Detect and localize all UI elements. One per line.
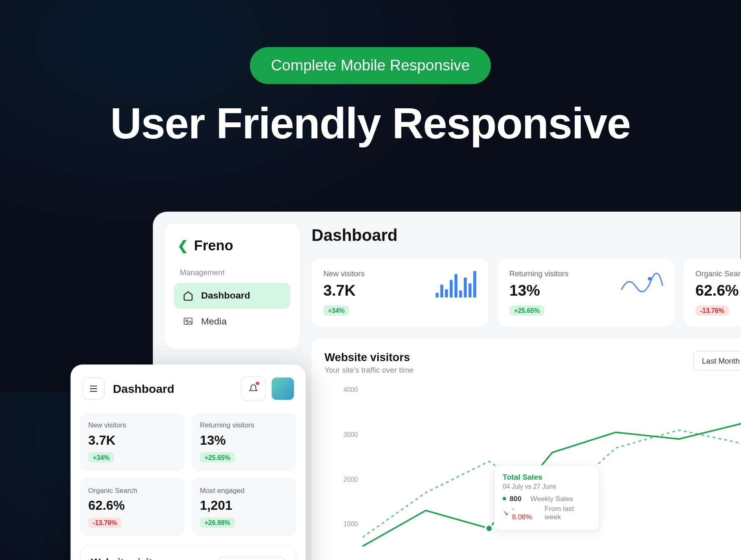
hero-title: User Friendly Responsive <box>0 98 741 148</box>
chart-tooltip: Total Sales 04 July vs 27 June 800 Weekl… <box>494 465 600 531</box>
stat-card: Organic Search 62.6% -13.76% <box>80 478 184 536</box>
menu-button[interactable] <box>82 378 105 400</box>
sidebar-item-label: Media <box>201 316 226 327</box>
stat-card: New visitors 3.7K +34% <box>80 413 184 471</box>
svg-text:2000: 2000 <box>343 476 358 483</box>
visitors-card: Website visitors Your site's traffic ove… <box>312 338 741 560</box>
sidebar-item-dashboard[interactable]: Dashboard <box>174 283 291 309</box>
mobile-preview: Dashboard New visitors 3.7K +34% Returni… <box>70 364 305 560</box>
logo-icon: ❮ <box>177 238 188 253</box>
sidebar: ❮ Freno Management Dashboard Media <box>165 224 300 349</box>
visitors-card-mobile: Website visitors Your site's traffic ove… <box>80 546 296 560</box>
stat-card: Organic Search 62.6% -13.76% <box>684 259 741 326</box>
svg-text:3000: 3000 <box>343 431 358 438</box>
sidebar-item-label: Dashboard <box>201 290 250 301</box>
page-title: Dashboard <box>312 226 398 245</box>
notification-dot <box>256 382 259 385</box>
hero-badge: Complete Mobile Responsive <box>250 47 491 84</box>
stat-card: Most engaged 1,201 +26.98% <box>192 478 296 536</box>
sparkline <box>435 269 476 299</box>
sidebar-item-media[interactable]: Media <box>174 309 291 335</box>
card-title: Website visitors <box>91 557 180 560</box>
page-title: Dashboard <box>113 382 174 395</box>
stat-change-badge: +34% <box>323 305 349 316</box>
card-subtitle: Your site's traffic over time <box>324 366 413 374</box>
stat-change-badge: -13.76% <box>695 305 729 316</box>
stat-change-badge: +25.65% <box>509 305 544 316</box>
visitors-range-dropdown[interactable]: Last Month <box>693 351 741 371</box>
svg-point-4 <box>648 277 652 281</box>
visitors-range-dropdown[interactable]: Last Month <box>218 557 285 560</box>
sidebar-section-label: Management <box>174 268 291 277</box>
notifications-button[interactable] <box>241 376 266 401</box>
svg-point-18 <box>486 525 493 532</box>
card-title: Website visitors <box>324 351 413 364</box>
svg-point-1 <box>186 320 188 322</box>
avatar[interactable] <box>272 378 294 400</box>
sparkline <box>621 269 662 299</box>
stat-card: Returning visitors 13% +25.65% <box>192 413 296 471</box>
image-icon <box>182 316 194 328</box>
stat-card: New visitors 3.7K +34% <box>312 259 488 326</box>
logo[interactable]: ❮ Freno <box>174 238 291 254</box>
stat-card: Returning visitors 13% +25.65% <box>498 259 674 326</box>
brand-name: Freno <box>194 238 233 254</box>
svg-text:1000: 1000 <box>343 520 358 527</box>
svg-text:4000: 4000 <box>343 386 358 393</box>
home-icon <box>182 290 194 302</box>
